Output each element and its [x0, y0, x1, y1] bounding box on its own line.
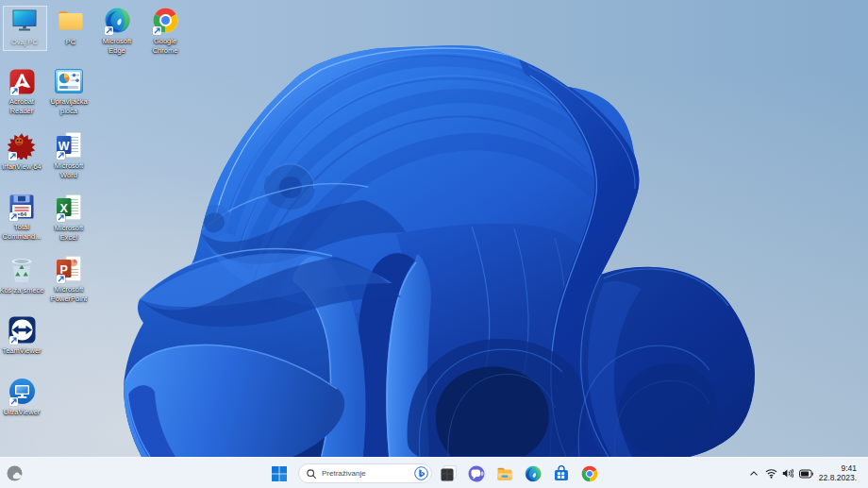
svg-text:=64: =64 — [17, 211, 27, 217]
